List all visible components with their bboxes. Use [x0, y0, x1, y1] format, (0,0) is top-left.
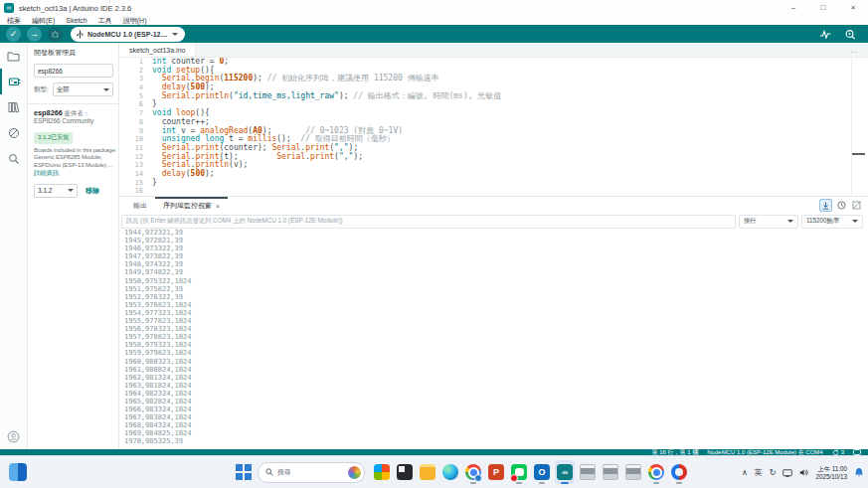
code-editor[interactable]: 1int counter = 0;2void setup(){3 Serial.…: [119, 58, 868, 196]
taskbar-app-edge[interactable]: [440, 460, 460, 484]
taskbar-app-chrome[interactable]: [463, 460, 483, 484]
line-number: 3: [119, 75, 152, 83]
ring-app-icon: [671, 464, 687, 480]
running-indicator: [653, 482, 659, 484]
taskbar-app-chrome[interactable]: [646, 460, 666, 484]
arduino-ide-icon: ∞: [557, 464, 573, 480]
timestamp-toggle[interactable]: [836, 200, 847, 211]
taskbar-search[interactable]: 搜尋: [258, 462, 365, 483]
serial-output-line: 1948,974322,39: [124, 260, 868, 268]
serial-output-line: 1960,980323,1024: [124, 358, 868, 366]
taskbar-app-powerpoint[interactable]: P: [486, 460, 506, 484]
serial-monitor-icon[interactable]: [844, 29, 856, 40]
notification-badge: [510, 474, 518, 482]
remove-button[interactable]: 移除: [86, 186, 99, 196]
serial-monitor-tab[interactable]: 序列埠監控視窗 ×: [155, 197, 228, 213]
taskbar-clock[interactable]: 上午 11:00 2025/10/13: [815, 465, 847, 480]
sketchbook-tab[interactable]: [0, 43, 27, 69]
chevron-down-icon: [787, 220, 793, 223]
code-line: 1int counter = 0;: [119, 58, 868, 67]
notification-badge: [474, 474, 482, 482]
serial-output-line: 1950,975322,1024: [124, 277, 868, 285]
upload-button[interactable]: →: [27, 27, 42, 42]
menu-item[interactable]: 說明(H): [123, 16, 147, 26]
version-select[interactable]: 3.1.2: [34, 184, 78, 198]
autoscroll-toggle[interactable]: [819, 199, 832, 212]
serial-output-area[interactable]: 1944,972321,391945,972821,391946,973322,…: [119, 227, 868, 449]
taskbar-app-line[interactable]: [509, 460, 529, 484]
type-label: 類型:: [34, 85, 49, 94]
boards-manager-tab[interactable]: [0, 69, 27, 94]
verify-button[interactable]: ✓: [6, 27, 21, 42]
tab-overflow-button[interactable]: …: [850, 43, 858, 57]
taskbar-app-device[interactable]: [601, 460, 620, 484]
serial-output-line: 1951,975822,39: [124, 285, 868, 293]
line-number: 1: [119, 58, 152, 67]
cast-device-icon[interactable]: [782, 469, 792, 477]
scrollbar-thumb[interactable]: [852, 153, 865, 155]
ime-indicator[interactable]: 英: [755, 467, 763, 478]
board-selector[interactable]: NodeMCU 1.0 (ESP-12…: [71, 27, 185, 42]
serial-output-line: 1947,973822,39: [124, 252, 868, 260]
search-highlight-icon: [348, 466, 361, 479]
search-tab[interactable]: [0, 146, 27, 172]
taskbar-app-ring-app[interactable]: [669, 460, 689, 484]
notification-bell-icon[interactable]: [854, 467, 864, 478]
arduino-app-icon: ∞: [4, 3, 14, 13]
code-line: 7void loop(){: [119, 109, 868, 118]
debug-tab[interactable]: [0, 120, 27, 146]
menu-item[interactable]: 檔案: [7, 16, 21, 26]
dark-app-icon: [397, 464, 413, 480]
close-tab-icon[interactable]: ×: [216, 203, 220, 210]
board-package-description: Boards included in this package:Generic …: [34, 147, 113, 170]
running-indicator: [561, 482, 569, 484]
code-line: 16: [119, 187, 868, 196]
taskbar-app-photos-app[interactable]: [372, 460, 392, 484]
autoscroll-icon: [822, 202, 829, 210]
serial-output-line: 1958,979323,1024: [124, 341, 868, 349]
taskbar-app-outlook[interactable]: O: [532, 460, 552, 484]
line-number: 10: [119, 135, 152, 144]
taskbar-app-file-explorer[interactable]: [418, 460, 437, 484]
serial-output-line: 1952,976322,39: [124, 293, 868, 301]
maximize-button[interactable]: □: [808, 0, 838, 16]
boards-search-input[interactable]: esp8266: [34, 64, 113, 78]
start-button[interactable]: [235, 463, 253, 481]
debug-disabled-icon: [8, 127, 20, 139]
clear-output-button[interactable]: [851, 200, 862, 211]
serial-plotter-icon[interactable]: [819, 29, 832, 40]
clock-icon: [837, 201, 846, 210]
menu-item[interactable]: 編輯(E): [32, 16, 55, 26]
close-button[interactable]: ×: [838, 0, 868, 16]
chevron-down-icon: [852, 220, 858, 223]
description-line: ESPDuino (ESP-13 Module),...: [34, 162, 113, 170]
line-number: 4: [119, 83, 152, 92]
hidden-icons-chevron[interactable]: ∧: [742, 468, 748, 477]
output-tab[interactable]: 輸出: [125, 197, 155, 213]
debug-button[interactable]: [48, 27, 63, 42]
account-icon: [7, 430, 20, 443]
screen: ∞ sketch_oct13a | Arduino IDE 2.3.6 – □ …: [0, 0, 868, 488]
library-manager-tab[interactable]: [0, 94, 27, 120]
taskbar-app-device[interactable]: [578, 460, 598, 484]
device-icon: [603, 464, 618, 480]
line-number: 9: [119, 127, 152, 136]
taskbar-app-dark-app[interactable]: [395, 460, 415, 484]
minimize-button[interactable]: –: [779, 0, 808, 16]
menu-item[interactable]: Sketch: [66, 17, 87, 24]
type-select[interactable]: 全部: [53, 82, 113, 96]
account-button[interactable]: [0, 430, 27, 443]
windows-taskbar: 搜尋 PO∞ ∧ 英 ↻ 上午 11:00 2025/10/13: [0, 455, 868, 488]
menu-item[interactable]: 工具: [98, 16, 112, 26]
running-indicator: [516, 482, 522, 484]
taskbar-app-arduino-ide[interactable]: ∞: [555, 460, 575, 484]
widgets-icon[interactable]: [9, 463, 27, 481]
sync-icon[interactable]: ↻: [770, 468, 777, 477]
serial-output-line: 1965,982824,1024: [124, 398, 868, 406]
menu-bar: 檔案編輯(E)Sketch工具說明(H): [0, 16, 868, 25]
serial-output-line: 1963,981824,1024: [124, 382, 868, 390]
editor-tab[interactable]: sketch_oct13a.ino: [119, 43, 196, 57]
taskbar-app-device[interactable]: [623, 460, 643, 484]
volume-icon[interactable]: [799, 468, 808, 477]
more-info-link[interactable]: 詳細資訊: [34, 169, 113, 178]
